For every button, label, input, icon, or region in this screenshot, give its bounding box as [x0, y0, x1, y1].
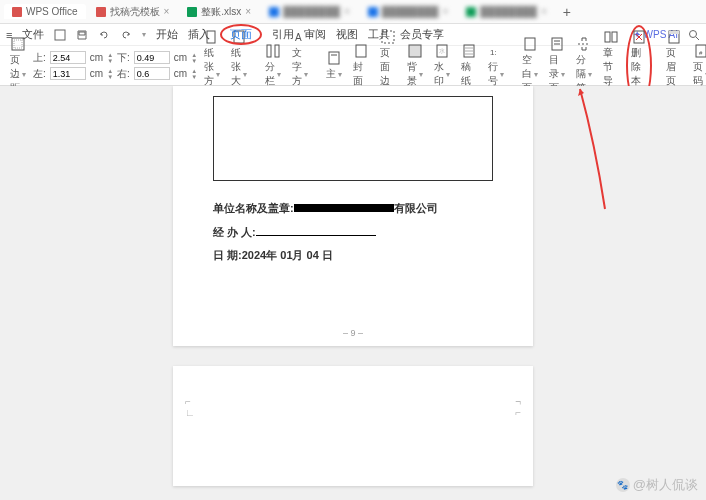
- margin-top-label: 上:: [33, 51, 46, 65]
- redacted-bar: [294, 204, 394, 212]
- line-number-icon: 1:: [488, 43, 504, 59]
- svg-rect-5: [466, 7, 476, 17]
- svg-rect-18: [356, 45, 366, 57]
- content-box: [213, 96, 493, 181]
- redo-icon[interactable]: [120, 29, 132, 41]
- margin-left-label: 左:: [33, 67, 46, 81]
- blank-page-icon: [522, 36, 538, 52]
- svg-rect-20: [409, 45, 421, 57]
- save-icon[interactable]: [76, 29, 88, 41]
- svg-line-8: [696, 37, 699, 40]
- page-number-button[interactable]: #页码▾: [689, 43, 706, 88]
- xls-icon: [187, 7, 197, 17]
- header-footer-icon: [666, 29, 682, 45]
- menu-references[interactable]: 引用: [272, 27, 294, 42]
- svg-text:水: 水: [439, 48, 445, 54]
- margin-right-input[interactable]: [134, 67, 170, 80]
- tab-wps-office[interactable]: WPS Office: [4, 4, 86, 19]
- lined-paper-button[interactable]: 稿纸: [457, 43, 481, 88]
- doc-icon: [269, 7, 279, 17]
- background-icon: [407, 43, 423, 59]
- background-button[interactable]: 背景▾: [403, 43, 427, 88]
- document-canvas[interactable]: 单位名称及盖章: 有限公司 经 办 人: 日 期: 2024年 01月 04 日…: [0, 86, 706, 500]
- document-page-10[interactable]: ⌐∟ ¬⌐: [173, 366, 533, 486]
- section-bracket-icon: ¬⌐: [515, 396, 521, 418]
- add-tab-button[interactable]: +: [557, 4, 577, 20]
- svg-rect-6: [55, 30, 65, 40]
- close-icon[interactable]: ×: [442, 6, 448, 17]
- margin-top-input[interactable]: [50, 51, 86, 64]
- spinner-icon[interactable]: ▲▼: [191, 68, 197, 80]
- menu-review[interactable]: 审阅: [304, 27, 326, 42]
- line-number-button[interactable]: 1:行号▾: [484, 43, 508, 88]
- doc-icon: [96, 7, 106, 17]
- tab-label: ████████: [283, 6, 340, 17]
- menu-member[interactable]: 会员专享: [400, 27, 444, 42]
- columns-button[interactable]: 分栏▾: [261, 43, 285, 88]
- master-button[interactable]: 主▾: [322, 50, 346, 81]
- tab-blurred-1[interactable]: ████████ ×: [261, 4, 358, 19]
- close-icon[interactable]: ×: [344, 6, 350, 17]
- menu-page[interactable]: 页面: [220, 24, 262, 45]
- margins-inputs: 上: cm▲▼ 下: cm▲▼ 左: cm▲▼ 右: cm▲▼: [33, 51, 197, 81]
- annotation-arrow-2: [575, 86, 625, 214]
- svg-rect-4: [368, 7, 378, 17]
- document-page-9[interactable]: 单位名称及盖章: 有限公司 经 办 人: 日 期: 2024年 01月 04 日…: [173, 86, 533, 346]
- margin-bottom-input[interactable]: [134, 51, 170, 64]
- svg-rect-16: [329, 52, 339, 64]
- svg-rect-39: [669, 31, 679, 34]
- toc-icon: [549, 36, 565, 52]
- close-icon[interactable]: ×: [164, 6, 170, 17]
- new-icon[interactable]: [54, 29, 66, 41]
- svg-rect-3: [269, 7, 279, 17]
- svg-rect-34: [612, 32, 617, 42]
- menu-insert[interactable]: 插入: [188, 27, 210, 42]
- section-bracket-icon: ⌐∟: [185, 396, 195, 418]
- columns-icon: [265, 43, 281, 59]
- page-break-icon: [576, 36, 592, 52]
- close-icon[interactable]: ×: [245, 6, 251, 17]
- svg-rect-1: [96, 7, 106, 17]
- svg-rect-14: [275, 45, 279, 57]
- date-field: 日 期: 2024年 01月 04 日: [213, 248, 493, 263]
- tab-blurred-3[interactable]: ████████ ×: [458, 4, 555, 19]
- lined-paper-icon: [461, 43, 477, 59]
- margin-right-label: 右:: [117, 67, 130, 81]
- menu-view[interactable]: 视图: [336, 27, 358, 42]
- tab-label: 整账.xlsx: [201, 5, 241, 19]
- menu-start[interactable]: 开始: [156, 27, 178, 42]
- undo-icon[interactable]: [98, 29, 110, 41]
- cover-icon: [353, 43, 369, 59]
- ribbon-page: 页边距▾ 上: cm▲▼ 下: cm▲▼ 左: cm▲▼ 右: cm▲▼ 纸张方…: [0, 46, 706, 86]
- file-tabs-bar: WPS Office 找稿壳模板 × 整账.xlsx × ████████ × …: [0, 0, 706, 24]
- svg-rect-13: [267, 45, 271, 57]
- spinner-icon[interactable]: ▲▼: [191, 52, 197, 64]
- svg-rect-2: [187, 7, 197, 17]
- tab-label: ████████: [480, 6, 537, 17]
- underline: [256, 224, 376, 236]
- page-number-text: – 9 –: [173, 328, 533, 338]
- search-icon[interactable]: [688, 29, 700, 41]
- close-icon[interactable]: ×: [541, 6, 547, 17]
- doc-icon: [368, 7, 378, 17]
- xls-icon: [466, 7, 476, 17]
- delete-section-icon: [631, 29, 647, 45]
- spinner-icon[interactable]: ▲▼: [107, 52, 113, 64]
- svg-rect-33: [605, 32, 610, 42]
- svg-text:A: A: [295, 32, 302, 43]
- menu-tools[interactable]: 工具: [368, 27, 390, 42]
- margin-left-input[interactable]: [50, 67, 86, 80]
- chevron-down-icon[interactable]: ▾: [142, 30, 146, 39]
- tab-template[interactable]: 找稿壳模板 ×: [88, 3, 178, 21]
- tab-blurred-2[interactable]: ████████ ×: [360, 4, 457, 19]
- spinner-icon[interactable]: ▲▼: [107, 68, 113, 80]
- master-icon: [326, 50, 342, 66]
- watermark-button[interactable]: 水水印▾: [430, 43, 454, 88]
- cover-button[interactable]: 封面: [349, 43, 373, 88]
- seal-field: 单位名称及盖章: 有限公司: [213, 201, 493, 216]
- page-number-icon: #: [693, 43, 706, 59]
- svg-text:1:: 1:: [490, 48, 497, 57]
- tab-xlsx[interactable]: 整账.xlsx ×: [179, 3, 259, 21]
- svg-text:#: #: [699, 50, 703, 56]
- image-watermark: 🐾 @树人侃谈: [616, 476, 698, 494]
